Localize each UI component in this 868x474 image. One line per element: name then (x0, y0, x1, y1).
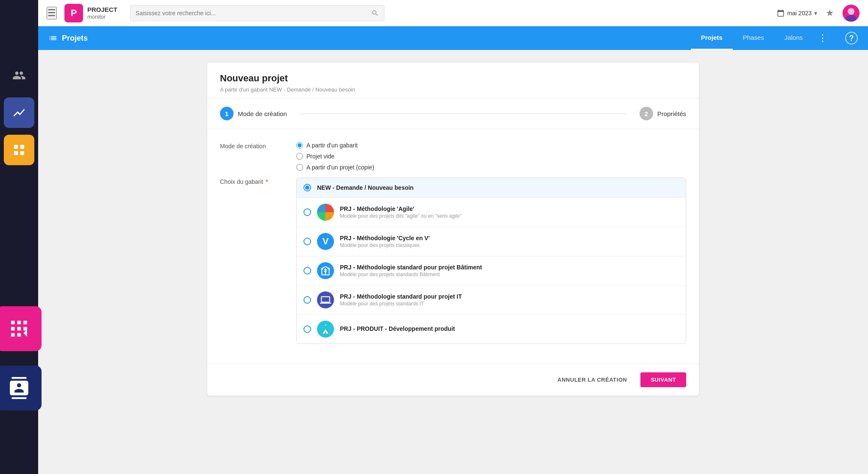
template-it-info: PRJ - Méthodologie standard pour projet … (340, 293, 679, 307)
template-agile-radio (303, 208, 311, 216)
template-produit-name: PRJ - PRODUIT - Développement produit (340, 325, 679, 332)
template-new-besoin[interactable]: NEW - Demande / Nouveau besoin (297, 178, 686, 198)
mode-vide-option[interactable]: Projet vide (296, 153, 374, 160)
avatar-image (843, 5, 860, 22)
step-2-label: Propriétés (657, 110, 686, 117)
template-it[interactable]: PRJ - Méthodologie standard pour projet … (297, 286, 686, 315)
template-it-radio (303, 296, 311, 304)
cancel-button[interactable]: ANNULER LA CRÉATION (551, 372, 634, 387)
more-options-icon[interactable]: ⋮ (813, 33, 832, 44)
search-input[interactable] (136, 10, 371, 17)
mode-form-row: Mode de création A partir d'un gabarit P… (220, 142, 686, 171)
template-agile[interactable]: PRJ - Méthodologie 'Agile' Modèle pour d… (297, 198, 686, 227)
favorites-icon[interactable]: ★ (826, 8, 834, 19)
template-new-radio (303, 184, 311, 191)
template-batiment-radio (303, 267, 311, 274)
mode-vide-radio[interactable] (296, 153, 303, 160)
required-star: * (266, 178, 268, 185)
date-text: mai 2023 (787, 10, 812, 17)
wizard-subtitle: A partir d'un gabarit NEW - Demande / No… (220, 86, 686, 93)
help-button[interactable]: ? (845, 32, 858, 44)
template-cycle-name: PRJ - Méthodologie 'Cycle en V' (340, 235, 679, 241)
agile-svg (317, 204, 334, 221)
template-cycle-radio (303, 238, 311, 245)
menu-button[interactable]: ☰ (47, 7, 57, 19)
sidebar-item-contacts[interactable] (0, 366, 42, 410)
template-agile-icon (317, 204, 334, 221)
wizard-footer: ANNULER LA CRÉATION SUIVANT (207, 363, 699, 396)
tab-jalons[interactable]: Jalons (774, 26, 813, 50)
apps-icon (8, 318, 30, 339)
contacts-icon (8, 377, 30, 399)
template-batiment-desc: Modèle pour des projets standards Bâtime… (340, 272, 679, 277)
template-batiment-name: PRJ - Méthodologie standard pour projet … (340, 264, 679, 271)
brand-icon-letter: P (71, 8, 77, 19)
sidebar-item-projects[interactable] (4, 135, 34, 165)
template-cycle-desc: Modèle pour des projets classiques (340, 242, 679, 248)
search-icon (371, 9, 379, 17)
navbar-section-title: Projets (62, 34, 88, 43)
mode-radio-group: A partir d'un gabarit Projet vide A part… (296, 142, 374, 171)
step-divider (300, 114, 627, 114)
sidebar-item-teams[interactable] (4, 60, 34, 91)
template-batiment-info: PRJ - Méthodologie standard pour projet … (340, 264, 679, 277)
step-2: 2 Propriétés (640, 107, 686, 120)
step-2-circle: 2 (640, 107, 653, 120)
template-selector: NEW - Demande / Nouveau besoin (296, 177, 686, 344)
template-produit-radio (303, 325, 311, 333)
wizard-steps: 1 Mode de création 2 Propriétés (207, 98, 699, 129)
svg-point-1 (848, 8, 854, 15)
grid-icon (12, 143, 26, 157)
people-icon (12, 69, 26, 82)
template-produit[interactable]: PRJ - PRODUIT - Développement produit (297, 315, 686, 344)
navbar-tabs: Projets Phases Jalons ⋮ (691, 26, 832, 50)
date-dropdown-icon: ▾ (814, 10, 817, 17)
wizard-body: Mode de création A partir d'un gabarit P… (207, 129, 699, 363)
template-batiment[interactable]: PRJ - Méthodologie standard pour projet … (297, 256, 686, 286)
flask-icon (320, 324, 331, 335)
wizard-card: Nouveau projet A partir d'un gabarit NEW… (207, 63, 699, 396)
mode-gabarit-radio[interactable] (296, 142, 303, 149)
template-produit-icon (317, 321, 334, 338)
template-agile-desc: Modèle pour des projets dits "agile" ou … (340, 213, 679, 219)
tab-phases[interactable]: Phases (733, 26, 774, 50)
sidebar-item-analytics[interactable] (4, 97, 34, 128)
step-1-circle: 1 (220, 107, 234, 120)
brand-icon: P (64, 4, 83, 22)
navbar: Projets Projets Phases Jalons ⋮ ? (38, 26, 868, 50)
mode-copie-option[interactable]: A partir d'un projet (copie) (296, 164, 374, 171)
template-new-name: NEW - Demande / Nouveau besoin (317, 184, 414, 191)
template-cycle-icon: V (317, 233, 334, 250)
mode-gabarit-option[interactable]: A partir d'un gabarit (296, 142, 374, 149)
brand-name: PROJECT (87, 6, 117, 14)
mode-copie-radio[interactable] (296, 164, 303, 171)
search-bar (130, 5, 384, 21)
wizard-title: Nouveau projet (220, 73, 686, 84)
template-it-name: PRJ - Méthodologie standard pour projet … (340, 293, 679, 300)
projects-nav-icon (48, 33, 58, 43)
template-it-icon (317, 291, 334, 308)
hamburger-icon: ☰ (47, 8, 56, 18)
brand-logo: P PROJECT monitor (64, 4, 117, 22)
brand-sub: monitor (87, 14, 117, 20)
building-icon (320, 265, 331, 276)
calendar-icon (777, 9, 785, 17)
step-1-label: Mode de création (238, 110, 287, 117)
wizard-header: Nouveau projet A partir d'un gabarit NEW… (207, 63, 699, 98)
tab-projets[interactable]: Projets (691, 26, 733, 50)
template-cycle-info: PRJ - Méthodologie 'Cycle en V' Modèle p… (340, 235, 679, 248)
user-avatar[interactable] (843, 5, 860, 22)
sidebar (0, 0, 38, 474)
topbar: ☰ P PROJECT monitor mai 2023 ▾ ★ (38, 0, 868, 26)
date-picker[interactable]: mai 2023 ▾ (777, 9, 817, 17)
template-produit-info: PRJ - PRODUIT - Développement produit (340, 325, 679, 333)
template-it-desc: Modèle pour des projets standards IT (340, 301, 679, 307)
sidebar-item-apps[interactable] (0, 306, 42, 351)
next-button[interactable]: SUIVANT (640, 372, 686, 387)
template-batiment-icon (317, 262, 334, 279)
template-label: Choix du gabarit * (220, 177, 296, 185)
template-agile-name: PRJ - Méthodologie 'Agile' (340, 205, 679, 212)
computer-icon (320, 294, 331, 305)
chart-icon (12, 106, 26, 119)
template-cycle-v[interactable]: V PRJ - Méthodologie 'Cycle en V' Modèle… (297, 227, 686, 256)
